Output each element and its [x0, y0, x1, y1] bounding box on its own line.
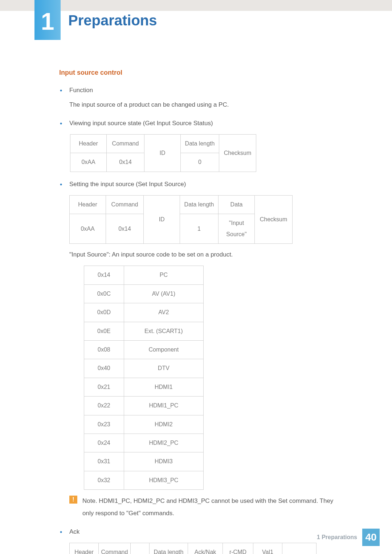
td: 0x24: [84, 434, 124, 452]
th-header: Header: [70, 134, 107, 153]
chapter-number: 1: [34, 9, 61, 33]
td: PC: [124, 266, 203, 284]
alert-icon: !: [69, 496, 77, 504]
th-command: Command: [107, 134, 144, 153]
td: 0x31: [84, 452, 124, 471]
th: Ack/Nak: [188, 543, 223, 554]
th: Command: [99, 543, 131, 554]
td: 0xAA: [70, 214, 106, 244]
th-data: Data: [219, 195, 255, 214]
note: ! Note. HDMI1_PC, HDMI2_PC and HDMI3_PC …: [69, 495, 335, 520]
td: 0x14: [106, 214, 144, 244]
table-get-status: Header Command ID Data length Checksum 0…: [70, 134, 256, 172]
item-ack: Ack Header Command ID Data length Ack/Na…: [69, 526, 335, 554]
table-set-source: Header Command ID Data length Data Check…: [69, 195, 293, 244]
td: HDMI3_PC: [124, 471, 203, 489]
chapter-title: Preparations: [68, 12, 157, 29]
td: 0x40: [84, 359, 124, 378]
td: Component: [124, 341, 203, 359]
footer-page: 40: [362, 529, 380, 546]
td: 0x0E: [84, 322, 124, 340]
td: HDMI2_PC: [124, 434, 203, 452]
section-title: Input source control: [59, 69, 335, 77]
td: HDMI3: [124, 452, 203, 471]
footer-text: 1 Preparations: [317, 534, 357, 541]
item-view-state: Viewing input source state (Get Input So…: [69, 118, 335, 172]
th: ID: [131, 543, 150, 554]
td: HDMI1_PC: [124, 397, 203, 415]
th: Data length: [150, 543, 188, 554]
td: 0: [181, 153, 219, 172]
item-label: Setting the input source (Set Input Sour…: [69, 181, 186, 188]
note-text: Note. HDMI1_PC, HDMI2_PC and HDMI3_PC ca…: [82, 495, 335, 520]
td: 1: [180, 214, 219, 244]
td: Ext. (SCART1): [124, 322, 203, 340]
th-datalength: Data length: [181, 134, 219, 153]
td: 0x21: [84, 378, 124, 396]
td: HDMI1: [124, 378, 203, 396]
td: 0x23: [84, 415, 124, 434]
source-desc: "Input Source": An input source code to …: [69, 249, 335, 260]
th-header: Header: [70, 195, 106, 214]
td: 0x32: [84, 471, 124, 489]
th: Checksum: [282, 543, 317, 554]
th: Header: [70, 543, 99, 554]
item-label: Ack: [69, 528, 79, 535]
th: Val1: [253, 543, 282, 554]
th-command: Command: [106, 195, 144, 214]
item-function: Function The input source of a product c…: [69, 85, 335, 111]
td: 0x14: [84, 266, 124, 284]
item-label: Function: [69, 87, 93, 94]
content: Input source control Function The input …: [59, 69, 335, 554]
th: r-CMD: [223, 543, 253, 554]
td: 0xAA: [70, 153, 107, 172]
td: 0x0C: [84, 284, 124, 303]
table-source-codes: 0x14PC0x0CAV (AV1)0x0DAV20x0EExt. (SCART…: [84, 266, 204, 490]
th-id: ID: [144, 134, 181, 172]
table-ack: Header Command ID Data length Ack/Nak r-…: [69, 543, 317, 554]
td: 0x0D: [84, 303, 124, 322]
th-checksum: Checksum: [219, 134, 256, 172]
td: 0x14: [107, 153, 144, 172]
item-label: Viewing input source state (Get Input So…: [69, 120, 213, 127]
td: "Input Source": [219, 214, 255, 244]
td: AV2: [124, 303, 203, 322]
th-datalength: Data length: [180, 195, 219, 214]
th-id: ID: [144, 195, 180, 243]
td: HDMI2: [124, 415, 203, 434]
td: AV (AV1): [124, 284, 203, 303]
footer: 1 Preparations 40: [317, 529, 380, 546]
item-desc: The input source of a product can be cha…: [69, 99, 335, 111]
td: 0x22: [84, 397, 124, 415]
item-set-source: Setting the input source (Set Input Sour…: [69, 178, 335, 520]
chapter-badge: 1: [34, 0, 61, 40]
td: 0x08: [84, 341, 124, 359]
th-checksum: Checksum: [255, 195, 293, 243]
td: DTV: [124, 359, 203, 378]
